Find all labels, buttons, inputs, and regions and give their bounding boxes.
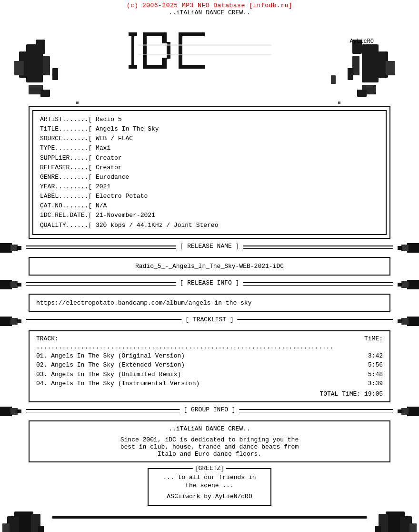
svg-rect-45	[0, 280, 12, 289]
info-row: iDC.REL.DATE.[ 21-November-2021	[40, 211, 379, 220]
release-name-box: Radio_5_-_Angels_In_The_Sky-WEB-2021-iDC	[29, 257, 390, 276]
svg-rect-16	[331, 75, 336, 84]
svg-rect-30	[162, 58, 167, 65]
greetz-box: [GREETZ] ... to all our friends in the s…	[148, 468, 271, 506]
track-time: 5:48	[368, 370, 383, 379]
svg-rect-48	[407, 280, 419, 289]
info-row: GENRE........[ Eurodance	[40, 173, 379, 182]
svg-rect-31	[143, 65, 167, 69]
tracks-container: 01. Angels In The Sky (Original Version)…	[36, 351, 383, 389]
info-row: LABEL........[ Electro Potato	[40, 192, 379, 201]
svg-rect-19	[76, 102, 79, 104]
svg-rect-3	[43, 56, 50, 75]
svg-rect-43	[401, 245, 409, 251]
svg-rect-71	[375, 526, 381, 532]
info-row: CAT.NO.......[ N/A	[40, 201, 379, 211]
svg-rect-27	[143, 36, 147, 65]
bottom-deco	[0, 512, 419, 532]
svg-rect-59	[17, 409, 21, 413]
svg-rect-72	[409, 523, 417, 532]
separator-2: [ RELEASE INFO ]	[0, 277, 419, 292]
track-header-row: TRACK: TiME:	[36, 335, 383, 342]
tracklist-section: TRACK: TiME: ...........................…	[29, 330, 390, 402]
svg-rect-44	[398, 246, 402, 250]
svg-rect-50	[398, 283, 402, 286]
info-row: QUALiTY......[ 320 kbps / 44.1KHz / Join…	[40, 221, 379, 230]
track-time: 5:56	[368, 360, 383, 370]
svg-rect-13	[348, 68, 353, 80]
svg-rect-42	[407, 243, 419, 253]
svg-rect-35	[138, 44, 271, 46]
info-box: ARTiST.......[ Radio 5TiTLE........[ Ang…	[32, 110, 387, 235]
release-name-section: Radio_5_-_Angels_In_The_Sky-WEB-2021-iDC	[29, 257, 390, 276]
svg-rect-39	[0, 243, 12, 253]
ascii-logo	[203, 18, 216, 35]
track-title: 04. Angels In The Sky (Instrumental Vers…	[36, 379, 200, 389]
tracklist-box: TRACK: TiME: ...........................…	[29, 330, 390, 402]
svg-rect-2	[36, 40, 45, 54]
ascii-art-area: AyLicRO	[0, 18, 419, 106]
svg-rect-49	[401, 281, 409, 288]
info-table: ARTiST.......[ Radio 5TiTLE........[ Ang…	[40, 115, 379, 230]
separator-1: [ RELEASE NAME ]	[0, 241, 419, 255]
svg-rect-5	[52, 68, 58, 80]
svg-rect-12	[386, 61, 395, 75]
svg-rect-57	[0, 407, 12, 416]
track-time: 3:42	[368, 351, 383, 361]
svg-rect-28	[162, 36, 167, 43]
track-title: 03. Angels In The Sky (Unlimited Remix)	[36, 370, 181, 379]
svg-rect-25	[129, 65, 137, 69]
svg-rect-32	[179, 32, 205, 36]
group-name: ..iTALiAN DANCE CREW..	[36, 425, 383, 432]
svg-rect-40	[10, 245, 18, 251]
greetz-section: [GREETZ] ... to all our friends in the s…	[0, 468, 419, 506]
site-credit: (c) 2006-2025 MP3 NFO Database [infodb.r…	[0, 0, 419, 9]
release-name-value: Radio_5_-_Angels_In_The_Sky-WEB-2021-iDC	[135, 263, 284, 270]
group-info-section: ..iTALiAN DANCE CREW.. Since 2001, iDC i…	[29, 420, 390, 462]
greetz-line2: the scene ...	[158, 482, 261, 489]
svg-rect-56	[398, 319, 402, 323]
track-title: 02. Angels In The Sky (Extended Version)	[36, 360, 185, 370]
separator-4: [ GROUP INFO ]	[0, 404, 419, 419]
info-row: TiTLE........[ Angels In The Sky	[40, 124, 379, 134]
svg-rect-33	[179, 36, 182, 65]
svg-rect-66	[38, 526, 44, 532]
info-row: YEAR.........[ 2021	[40, 182, 379, 192]
svg-rect-55	[401, 318, 409, 325]
release-info-section: https://electropotato.bandcamp.com/album…	[29, 294, 390, 312]
track-title: 01. Angels In The Sky (Original Version)	[36, 351, 185, 361]
svg-rect-4	[14, 61, 24, 75]
track-item: 01. Angels In The Sky (Original Version)…	[36, 351, 383, 361]
release-info-box: https://electropotato.bandcamp.com/album…	[29, 294, 390, 312]
site-subtitle: ..iTALiAN DANCE CREW..	[0, 9, 419, 16]
deco-top-border: ARTiST.......[ Radio 5TiTLE........[ Ang…	[29, 106, 390, 239]
page-wrapper: (c) 2006-2025 MP3 NFO Database [infodb.r…	[0, 0, 419, 532]
track-time: 3:39	[368, 379, 383, 389]
svg-rect-53	[17, 319, 21, 323]
separator-3: [ TRACKLIST ]	[0, 314, 419, 328]
svg-rect-47	[17, 283, 21, 286]
svg-rect-36	[138, 54, 271, 55]
group-info-box: ..iTALiAN DANCE CREW.. Since 2001, iDC i…	[29, 420, 390, 462]
group-info-header: [ GROUP INFO ]	[180, 406, 239, 413]
svg-rect-58	[10, 408, 18, 415]
svg-rect-26	[143, 32, 167, 36]
total-time: TOTAL TiME: 19:05	[36, 390, 383, 398]
svg-rect-22	[338, 102, 340, 104]
svg-rect-7	[40, 90, 50, 97]
svg-rect-62	[398, 409, 402, 413]
svg-rect-60	[407, 407, 419, 416]
release-info-url: https://electropotato.bandcamp.com/album…	[36, 299, 251, 307]
time-col-header: TiME:	[364, 335, 383, 342]
svg-rect-67	[2, 523, 10, 532]
track-col-header: TRACK:	[36, 335, 59, 342]
aylicro-label: AyLicRO	[350, 38, 374, 45]
svg-rect-73	[52, 516, 367, 518]
greetz-line1: ... to all our friends in	[158, 474, 261, 481]
svg-rect-74	[52, 518, 367, 519]
track-item: 03. Angels In The Sky (Unlimited Remix)5…	[36, 370, 383, 379]
tracklist-header: [ TRACKLIST ]	[181, 316, 237, 323]
ascii-credit: ASCiiwork by AyLieN/cRO	[158, 493, 261, 500]
svg-rect-15	[357, 90, 367, 97]
release-info-header: [ RELEASE INFO ]	[176, 279, 243, 286]
